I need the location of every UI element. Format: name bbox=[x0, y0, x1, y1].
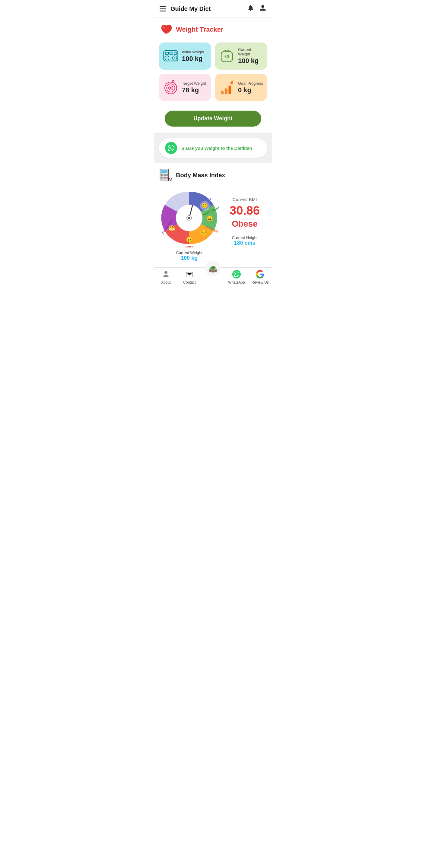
svg-rect-4 bbox=[174, 52, 177, 54]
svg-rect-15 bbox=[225, 89, 227, 94]
header-icons bbox=[247, 4, 266, 13]
bmi-header: BMI Body Mass Index bbox=[159, 168, 267, 182]
profile-icon[interactable] bbox=[259, 4, 266, 13]
review-nav-label: Review Us bbox=[251, 280, 268, 284]
target-weight-info: Target Weight 78 kg bbox=[182, 81, 206, 94]
svg-text:Underweight: Underweight bbox=[196, 198, 211, 200]
review-nav-icon bbox=[256, 270, 264, 278]
svg-rect-21 bbox=[164, 174, 166, 176]
bmi-current-weight: Current Weight 100 kg bbox=[176, 250, 202, 261]
nav-home[interactable] bbox=[201, 268, 225, 287]
bmi-category: Obese bbox=[232, 219, 258, 229]
bmi-wheel-wrap: 😕 😐 😒 😠 😤 Underweight Healthy Weight Ove… bbox=[159, 188, 219, 261]
contact-nav-label: Contact bbox=[183, 280, 196, 284]
whatsapp-nav-icon bbox=[232, 270, 241, 278]
svg-rect-14 bbox=[221, 91, 224, 94]
home-nav-label bbox=[212, 280, 213, 284]
svg-text:😤: 😤 bbox=[168, 225, 175, 231]
bmi-current-height: Current Height 180 cms bbox=[232, 236, 258, 246]
target-weight-card: Target Weight 78 kg bbox=[159, 74, 211, 101]
nav-whatsapp[interactable]: WhatsApp bbox=[225, 268, 248, 287]
bmi-stats: Current BMI 30.86 Obese Current Height 1… bbox=[222, 197, 267, 252]
nav-review[interactable]: Review Us bbox=[248, 268, 272, 287]
about-nav-label: About bbox=[161, 280, 170, 284]
svg-point-50 bbox=[211, 267, 214, 269]
notification-icon[interactable] bbox=[247, 4, 254, 13]
current-weight-card: KG Current Weight 100 kg bbox=[215, 42, 267, 70]
bottom-navigation: About Contact bbox=[154, 267, 272, 287]
svg-point-13 bbox=[170, 87, 171, 89]
home-nav-icon bbox=[205, 260, 221, 276]
svg-rect-20 bbox=[161, 174, 163, 176]
svg-rect-2 bbox=[165, 52, 169, 54]
svg-text:Obese: Obese bbox=[186, 245, 193, 248]
goal-progress-info: Goal Progress 0 kg bbox=[238, 81, 263, 94]
goal-progress-value: 0 kg bbox=[238, 86, 263, 94]
bmi-section: BMI Body Mass Index bbox=[154, 163, 272, 267]
target-weight-label: Target Weight bbox=[182, 81, 206, 86]
initial-weight-info: Initial Weight 100 kg bbox=[182, 50, 204, 63]
svg-rect-24 bbox=[164, 177, 166, 179]
bmi-content: 😕 😐 😒 😠 😤 Underweight Healthy Weight Ove… bbox=[159, 188, 267, 261]
weight-bag-icon: KG bbox=[219, 48, 235, 64]
whatsapp-nav-label: WhatsApp bbox=[228, 280, 245, 284]
weight-tracker-title: Weight Tracker bbox=[176, 26, 223, 33]
menu-button[interactable] bbox=[160, 6, 166, 11]
initial-weight-value: 100 kg bbox=[182, 55, 204, 63]
svg-text:BMI: BMI bbox=[168, 178, 172, 182]
update-weight-section: Update Weight bbox=[154, 106, 272, 133]
svg-rect-23 bbox=[161, 177, 163, 179]
svg-rect-3 bbox=[170, 52, 173, 54]
app-title: Guide My Diet bbox=[170, 5, 210, 12]
svg-point-7 bbox=[167, 58, 168, 59]
current-weight-label: Current Weight bbox=[238, 47, 263, 56]
whatsapp-share-icon bbox=[165, 142, 177, 154]
bmi-wheel-chart: 😕 😐 😒 😠 😤 Underweight Healthy Weight Ove… bbox=[159, 188, 219, 248]
about-nav-icon bbox=[162, 270, 170, 278]
share-card[interactable]: Share you Weight to the Dietitian bbox=[159, 138, 267, 158]
nav-about[interactable]: About bbox=[154, 268, 178, 287]
stats-grid: Initial Weight 100 kg KG Current Weight … bbox=[154, 39, 272, 106]
svg-rect-16 bbox=[228, 86, 231, 94]
current-weight-info: Current Weight 100 kg bbox=[238, 47, 263, 65]
initial-weight-label: Initial Weight bbox=[182, 50, 204, 54]
target-weight-value: 78 kg bbox=[182, 86, 206, 94]
bmi-value: 30.86 bbox=[230, 204, 260, 217]
weight-tracker-header: Weight Tracker bbox=[154, 18, 272, 39]
update-weight-button[interactable]: Update Weight bbox=[165, 111, 261, 127]
svg-point-42 bbox=[164, 271, 167, 274]
svg-text:😐: 😐 bbox=[206, 215, 213, 222]
svg-text:😕: 😕 bbox=[201, 202, 208, 209]
goal-progress-card: Goal Progress 0 kg bbox=[215, 74, 267, 101]
app-header: Guide My Diet bbox=[154, 0, 272, 18]
bmi-section-title: Body Mass Index bbox=[176, 172, 225, 179]
goal-progress-label: Goal Progress bbox=[238, 81, 263, 86]
svg-text:😠: 😠 bbox=[186, 236, 193, 243]
svg-point-36 bbox=[188, 217, 190, 219]
svg-rect-19 bbox=[161, 170, 167, 173]
target-icon bbox=[163, 79, 179, 96]
svg-text:KG: KG bbox=[224, 55, 229, 58]
heart-icon bbox=[160, 23, 172, 36]
goal-progress-icon bbox=[219, 79, 235, 96]
svg-text:😒: 😒 bbox=[200, 229, 207, 236]
contact-nav-icon bbox=[185, 270, 194, 278]
current-weight-value: 100 kg bbox=[238, 57, 263, 65]
header-left: Guide My Diet bbox=[160, 5, 210, 12]
bmi-icon: BMI bbox=[159, 168, 172, 182]
svg-rect-22 bbox=[167, 174, 168, 176]
svg-point-51 bbox=[214, 267, 215, 269]
share-section: Share you Weight to the Dietitian bbox=[154, 133, 272, 163]
initial-weight-card: Initial Weight 100 kg bbox=[159, 42, 211, 70]
share-text: Share you Weight to the Dietitian bbox=[181, 146, 252, 151]
bmi-current-label: Current BMI bbox=[233, 197, 257, 202]
scale-icon bbox=[163, 48, 179, 64]
svg-point-8 bbox=[174, 58, 175, 59]
nav-contact[interactable]: Contact bbox=[178, 268, 201, 287]
